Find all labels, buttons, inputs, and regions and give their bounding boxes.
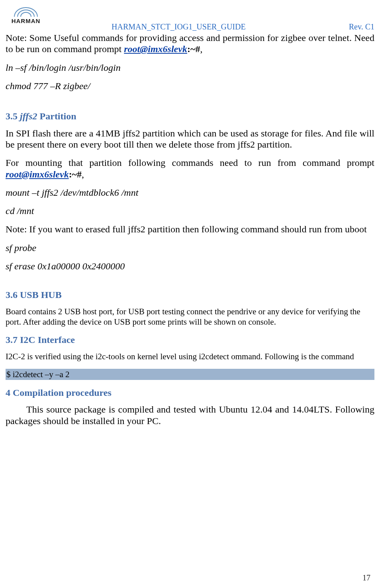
sec35-num: 3.5: [6, 111, 20, 121]
section-3-6-heading: 3.6 USB HUB: [6, 289, 374, 300]
cmd-mount: mount –t jffs2 /dev/mtdblock6 /mnt: [6, 187, 374, 198]
document-title: HARMAN_STCT_IOG1_USER_GUIDE: [112, 22, 246, 31]
sec35-rest: Partition: [37, 111, 76, 121]
comma-2: ,: [82, 169, 84, 179]
sec4-p1: This source package is compiled and test…: [6, 404, 374, 426]
prompt-suffix-2: :~#: [69, 169, 82, 179]
sec35-p1: In SPI flash there are a 41MB jffs2 part…: [6, 128, 374, 150]
note-zigbee: Note: Some Useful commands for providing…: [6, 32, 374, 55]
prompt-link[interactable]: root@imx6slevk: [124, 44, 187, 54]
cmd-ln: ln –sf /bin/login /usr/bin/login: [6, 62, 374, 73]
section-3-5-heading: 3.5 jffs2 Partition: [6, 111, 374, 122]
sec35-p2-text: For mounting that partition following co…: [6, 158, 374, 168]
sec36-p1: Board contains 2 USB host port, for USB …: [6, 306, 374, 327]
section-4-heading: 4 Compilation procedures: [6, 387, 374, 398]
sec37-p1: I2C-2 is verified using the i2c-tools on…: [6, 351, 374, 362]
logo-arcs-icon: [14, 7, 38, 17]
page-number: 17: [362, 573, 370, 582]
cmd-sf-probe: sf probe: [6, 242, 374, 253]
brand-name: HARMAN: [12, 18, 41, 24]
cmd-chmod: chmod 777 –R zigbee/: [6, 80, 374, 92]
brand-logo: HARMAN: [6, 5, 46, 27]
prompt-suffix: :~#: [187, 44, 200, 54]
cmd-sf-erase: sf erase 0x1a00000 0x2400000: [6, 261, 374, 272]
prompt-link-2[interactable]: root@imx6slevk: [6, 169, 69, 179]
comma: ,: [200, 44, 202, 54]
sec35-p2: For mounting that partition following co…: [6, 157, 374, 180]
sec35-jffs2: jffs2: [20, 111, 37, 121]
revision-label: Rev. C1: [349, 22, 374, 31]
i2cdetect-command: $ i2cdetect –y –a 2: [6, 369, 374, 380]
cmd-cd: cd /mnt: [6, 205, 374, 216]
sec35-note: Note: If you want to erased full jffs2 p…: [6, 224, 374, 235]
section-3-7-heading: 3.7 I2C Interface: [6, 334, 374, 345]
